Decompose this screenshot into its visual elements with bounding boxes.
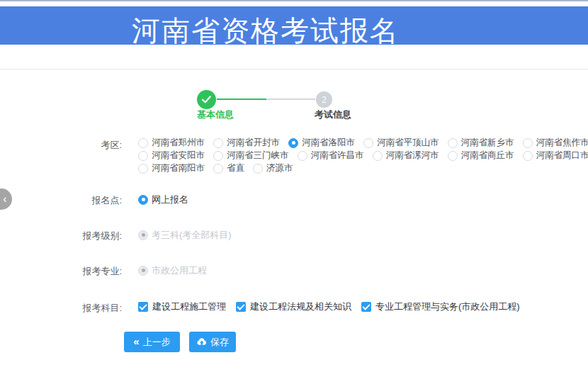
- radio-exam-area[interactable]: 省直: [213, 163, 244, 174]
- radio-exam-major-disabled: 市政公用工程: [138, 265, 207, 276]
- step-1-label: 基本信息: [191, 108, 240, 121]
- radio-exam-area[interactable]: 河南省周口市: [523, 150, 588, 161]
- checkbox-checked-icon: [361, 302, 371, 312]
- radio-icon: [523, 151, 533, 161]
- exam-major-group: 市政公用工程: [138, 265, 207, 276]
- radio-disabled-icon: [138, 266, 148, 276]
- checkbox-subject-2[interactable]: 建设工程法规及相关知识: [236, 301, 351, 313]
- step-connector-done: [217, 99, 266, 100]
- check-icon: [201, 95, 212, 104]
- previous-step-button[interactable]: « 上一步: [124, 332, 180, 352]
- top-window-strip: [0, 0, 588, 1]
- registration-page: 河南省资格考试报名 ‹ 2 基本信息 考试信息 考区: 河南省郑州市 河南省开封…: [0, 0, 588, 377]
- radio-exam-area[interactable]: 河南省漯河市: [373, 150, 439, 161]
- save-button[interactable]: 保存: [189, 332, 236, 352]
- radio-icon: [138, 164, 148, 174]
- exam-major-label: 报考专业:: [0, 265, 122, 278]
- registration-point-group: 网上报名: [138, 194, 188, 205]
- radio-icon: [213, 164, 223, 174]
- radio-checked-icon: [288, 138, 298, 148]
- radio-disabled-icon: [138, 230, 148, 240]
- header-divider: [0, 69, 588, 69]
- step-2-label: 考试信息: [308, 108, 358, 121]
- radio-icon: [213, 138, 223, 148]
- exam-area-label: 考区:: [0, 139, 122, 152]
- radio-icon: [213, 151, 223, 161]
- radio-exam-area[interactable]: 河南省郑州市: [138, 137, 205, 148]
- radio-exam-area[interactable]: 河南省三门峡市: [213, 150, 289, 161]
- radio-exam-area[interactable]: 河南省新乡市: [448, 137, 514, 148]
- radio-icon: [363, 138, 373, 148]
- checkbox-subject-1[interactable]: 建设工程施工管理: [138, 301, 226, 313]
- radio-online-registration-selected[interactable]: 网上报名: [138, 194, 188, 205]
- exam-level-label: 报考级别:: [0, 230, 122, 242]
- exam-level-group: 考三科(考全部科目): [138, 230, 232, 240]
- radio-exam-area[interactable]: 河南省焦作市: [523, 137, 588, 148]
- radio-exam-level-disabled: 考三科(考全部科目): [138, 230, 232, 240]
- radio-exam-area[interactable]: 河南省南阳市: [138, 163, 205, 174]
- double-chevron-left-icon: «: [133, 335, 139, 347]
- checkbox-checked-icon: [236, 302, 246, 312]
- page-header-banner: 河南省资格考试报名: [0, 6, 588, 45]
- checkbox-checked-icon: [138, 302, 148, 312]
- registration-point-label: 报名点:: [0, 194, 122, 207]
- radio-icon: [448, 138, 458, 148]
- radio-exam-area[interactable]: 河南省平顶山市: [363, 137, 439, 148]
- radio-checked-icon: [138, 195, 148, 205]
- radio-exam-area[interactable]: 济源市: [253, 163, 293, 174]
- radio-icon: [298, 151, 307, 161]
- radio-icon: [523, 138, 533, 148]
- radio-icon: [253, 164, 263, 174]
- radio-exam-area[interactable]: 河南省开封市: [213, 137, 280, 148]
- radio-exam-area[interactable]: 河南省许昌市: [298, 150, 364, 161]
- radio-exam-area[interactable]: 河南省商丘市: [448, 150, 514, 161]
- step-1-indicator: [197, 90, 216, 109]
- step-2-indicator: 2: [316, 91, 332, 108]
- step-2-number: 2: [322, 95, 327, 105]
- exam-area-radio-group: 河南省郑州市 河南省开封市 河南省洛阳市 河南省平顶山市 河南省新乡市 河南省焦…: [138, 137, 588, 176]
- radio-icon: [373, 151, 383, 161]
- radio-icon: [138, 151, 148, 161]
- step-connector-pending: [266, 99, 315, 100]
- save-label: 保存: [210, 336, 229, 349]
- page-title: 河南省资格考试报名: [0, 11, 531, 50]
- radio-exam-area[interactable]: 河南省安阳市: [138, 150, 205, 161]
- radio-exam-area-selected[interactable]: 河南省洛阳市: [288, 137, 355, 148]
- checkbox-subject-3[interactable]: 专业工程管理与实务(市政公用工程): [361, 301, 520, 313]
- cloud-upload-icon: [196, 337, 207, 347]
- radio-icon: [448, 151, 458, 161]
- previous-step-label: 上一步: [143, 336, 171, 349]
- exam-subjects-group: 建设工程施工管理 建设工程法规及相关知识 专业工程管理与实务(市政公用工程): [138, 301, 520, 313]
- exam-subjects-label: 报考科目:: [0, 302, 122, 315]
- radio-icon: [138, 138, 148, 148]
